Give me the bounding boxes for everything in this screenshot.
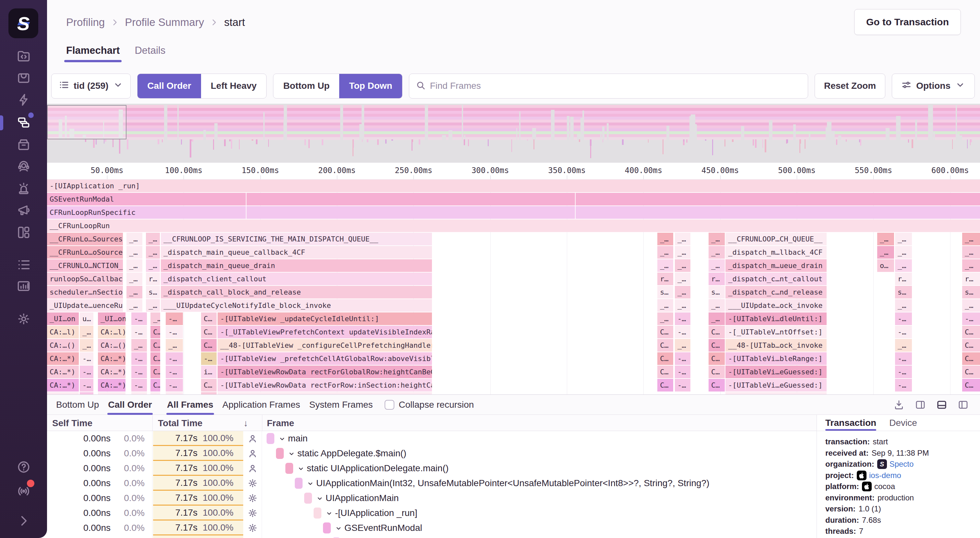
flame-frame[interactable]: _… [126,299,142,312]
sidebar-item-profiling[interactable] [16,115,31,130]
link-ios-demo[interactable]: ios-demo [869,470,901,481]
flamechart[interactable]: -[UIApplication _run]GSEventRunModalCFRu… [47,179,980,398]
flame-frame[interactable]: C… [151,339,160,352]
table-row[interactable]: 0.00ns0.0%7.17s100.0%UIApplicationMain(I… [47,476,816,491]
flame-frame[interactable]: _dispatch_m…llback_4CF [725,246,827,259]
flame-frame[interactable]: s… [709,286,725,298]
chevron-down-icon[interactable] [297,465,305,472]
flame-frame[interactable]: -… [166,326,183,338]
flame-frame[interactable]: _… [146,246,160,259]
left-heavy-button[interactable]: Left Heavy [201,74,267,98]
flame-frame[interactable]: C… [962,339,980,352]
flame-frame[interactable]: _dispatch_c…nd_release [725,286,827,298]
layout-split-bottom-icon[interactable] [935,398,949,412]
sidebar-item-performance[interactable] [16,92,31,107]
sentry-logo[interactable]: S [8,8,38,38]
sidebar-whats-new-button[interactable] [16,484,31,498]
sidebar-collapse-button[interactable] [16,513,31,528]
flame-frame[interactable]: _… [877,246,894,259]
flame-frame[interactable]: C… [657,339,673,352]
chevron-down-icon[interactable] [307,479,314,487]
flame-frame[interactable]: _… [675,339,690,352]
table-row[interactable]: 0.00ns0.0%7.17s100.0%GSEventRunModal [47,521,816,535]
flame-frame[interactable]: C… [201,313,216,325]
flame-frame[interactable]: r… [709,273,725,285]
flame-frame[interactable]: scheduler…nSection [47,286,123,298]
flame-frame[interactable]: CA:…l) [47,326,79,338]
table-row[interactable]: 0.00ns0.0%7.17s100.0%static AppDelegate.… [47,446,816,461]
panel-tab-call-order[interactable]: Call Order [103,395,156,415]
flame-frame[interactable]: -… [962,313,980,325]
flame-frame[interactable]: _dispatch_call_block_and_release [161,286,432,298]
search-input[interactable] [430,81,801,91]
sidebar-item-discover[interactable] [16,203,31,218]
flame-frame[interactable]: CA:…l) [98,326,126,338]
filter-application-frames[interactable]: Application Frames [218,395,305,415]
sidebar-item-releases[interactable] [16,137,31,152]
flame-frame[interactable]: s… [895,286,912,298]
flame-frame[interactable]: s… [146,286,160,298]
sort-descending-icon[interactable]: ↓ [243,418,248,428]
flame-frame[interactable]: _… [126,246,142,259]
go-to-transaction-button[interactable]: Go to Transaction [854,9,961,35]
flame-frame[interactable]: CA:…() [47,339,79,352]
flame-frame[interactable] [576,193,980,205]
export-download-icon[interactable] [892,398,906,412]
flame-frame[interactable]: r… [962,273,980,285]
layout-split-left-icon[interactable] [956,398,970,412]
flame-frame[interactable]: _… [895,299,912,312]
flame-frame[interactable]: -[UITableVi…eGuessed:] [725,379,827,392]
thread-selector-dropdown[interactable]: tid (259) [51,73,131,98]
flame-frame[interactable]: __CFRunLo…Sources0 [47,233,123,245]
sidebar-help-button[interactable] [16,460,31,475]
flame-frame[interactable]: _… [675,259,690,272]
flame-frame[interactable]: __CFRUNLOOP…CH_QUEUE__ [725,233,827,245]
flame-frame[interactable]: r… [146,273,160,285]
flame-frame[interactable]: -… [166,352,183,365]
flame-frame[interactable]: _… [895,246,912,259]
flame-frame[interactable]: _… [709,259,725,272]
flame-frame[interactable]: _… [962,299,980,312]
flame-frame[interactable]: _… [657,259,673,272]
flame-frame[interactable]: C… [709,379,725,392]
sidebar-item-stats[interactable] [16,279,31,294]
flame-frame[interactable]: _… [131,339,147,352]
flame-frame[interactable]: _… [126,286,142,298]
table-row[interactable]: 0.00ns0.0%7.17s100.0%main [47,431,816,446]
flame-frame[interactable]: _… [657,246,673,259]
flame-frame[interactable]: -[UIApplication _run] [47,179,980,192]
flame-frame[interactable]: ___UIUpdateCycleNotifyIdle_block_invoke [161,299,432,312]
panel-tab-bottom-up[interactable]: Bottom Up [52,395,103,415]
table-row[interactable]: 0.00ns0.0%7.17s100.0%UIApplicationMain [47,491,816,506]
flame-frame[interactable]: -… [675,326,690,338]
flame-frame[interactable] [247,206,575,219]
flame-frame[interactable]: r… [657,273,673,285]
minimap-selection[interactable] [47,105,126,140]
flame-frame[interactable]: _… [962,246,980,259]
flame-frame[interactable]: C… [151,352,160,365]
call-order-button[interactable]: Call Order [137,74,201,98]
flame-frame[interactable]: -… [895,366,912,378]
flame-frame[interactable]: _… [166,339,183,352]
flame-frame[interactable]: __CFRUNLO…NCTION__ [47,259,123,272]
flame-frame[interactable]: -… [166,313,183,325]
flame-frame[interactable]: _… [675,273,690,285]
flame-frame[interactable]: C… [962,379,980,392]
flame-frame[interactable]: _… [675,286,690,298]
flame-frame[interactable]: C… [201,339,216,352]
column-frame[interactable]: Frame [267,418,294,428]
table-row[interactable]: 0.00ns0.0%7.17s100.0%-[UIApplication _ru… [47,506,816,521]
flame-frame[interactable]: C… [709,366,725,378]
top-down-button[interactable]: Top Down [339,74,402,98]
filter-all-frames[interactable]: All Frames [162,395,218,415]
table-row[interactable]: 0.00ns0.0%7.17s100.0%CFRunLoopRunSpecifi… [47,535,816,538]
flame-frame[interactable]: -[UITableVi…bleRange:] [725,352,827,365]
flame-frame[interactable]: C… [201,326,216,338]
collapse-recursion-checkbox[interactable] [385,400,395,409]
flame-frame[interactable]: _… [675,299,690,312]
flame-frame[interactable]: r… [895,273,912,285]
link-Specto[interactable]: Specto [889,459,914,470]
flame-frame[interactable]: _… [151,313,160,325]
flame-frame[interactable]: __CFRunLoopRun [47,219,980,232]
flame-frame[interactable]: -[UITableVi…dleUntil:] [725,313,827,325]
